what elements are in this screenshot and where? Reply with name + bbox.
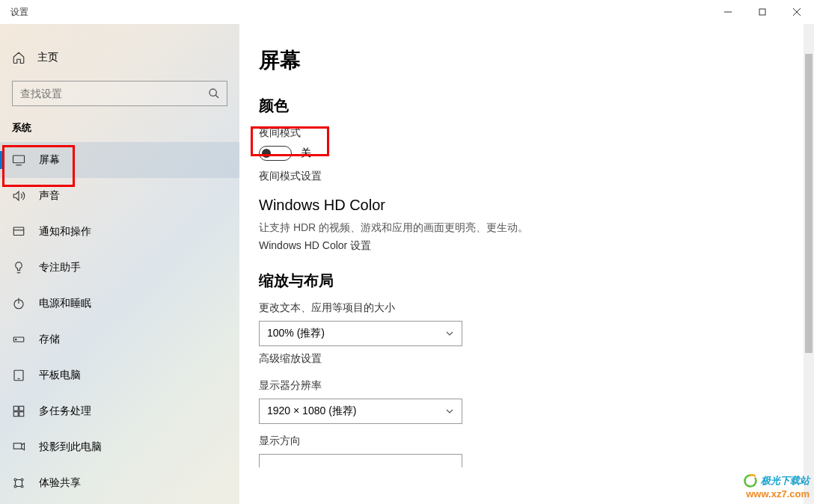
text-size-label: 更改文本、应用等项目的大小 <box>259 301 814 315</box>
night-mode-state: 关 <box>301 147 311 160</box>
sidebar-item-label: 投影到此电脑 <box>39 440 102 454</box>
sidebar-item-display[interactable]: 屏幕 <box>0 142 239 178</box>
watermark-text1: 极光下载站 <box>761 475 810 488</box>
logo-icon <box>743 473 758 488</box>
main-content: 屏幕 颜色 夜间模式 关 夜间模式设置 Windows HD Color 让支持… <box>239 24 814 504</box>
svg-marker-8 <box>13 191 19 200</box>
home-icon <box>12 51 25 64</box>
chevron-down-icon <box>445 329 454 338</box>
watermark-text2: www.xz7.com <box>743 488 810 501</box>
sidebar-item-label: 屏幕 <box>39 153 60 167</box>
titlebar: 设置 <box>0 0 814 24</box>
sidebar-item-label: 存储 <box>39 333 60 346</box>
sidebar-item-sound[interactable]: 声音 <box>0 178 239 214</box>
text-size-value: 100% (推荐) <box>267 327 325 340</box>
sidebar-item-label: 平板电脑 <box>39 369 81 382</box>
search-icon <box>208 87 220 99</box>
night-mode-label: 夜间模式 <box>259 126 814 140</box>
svg-rect-22 <box>13 443 22 449</box>
shared-icon <box>12 476 25 490</box>
svg-rect-20 <box>13 412 18 417</box>
focus-icon <box>12 261 25 274</box>
orientation-label: 显示方向 <box>259 434 814 448</box>
tablet-icon <box>12 369 25 382</box>
storage-icon <box>12 333 25 346</box>
project-icon <box>12 440 25 454</box>
window-controls <box>711 0 814 24</box>
sidebar-item-label: 体验共享 <box>39 476 81 490</box>
svg-point-23 <box>14 479 16 481</box>
sidebar-item-tablet[interactable]: 平板电脑 <box>0 357 239 393</box>
night-mode-toggle-row: 关 <box>259 146 814 161</box>
sidebar-item-notifications[interactable]: 通知和操作 <box>0 214 239 250</box>
section-header: 系统 <box>0 121 239 142</box>
orientation-select[interactable] <box>259 454 462 467</box>
sidebar-item-multitask[interactable]: 多任务处理 <box>0 393 239 429</box>
sidebar: 主页 系统 屏幕 声音 通知和操作 <box>0 24 239 504</box>
resolution-value: 1920 × 1080 (推荐) <box>267 405 356 418</box>
svg-rect-6 <box>13 156 25 163</box>
svg-rect-9 <box>13 227 24 236</box>
sidebar-item-storage[interactable]: 存储 <box>0 322 239 357</box>
resolution-label: 显示器分辨率 <box>259 379 814 393</box>
night-mode-settings-link[interactable]: 夜间模式设置 <box>259 170 814 183</box>
color-group-title: 颜色 <box>259 96 814 116</box>
svg-point-4 <box>209 89 216 96</box>
multitask-icon <box>12 405 25 418</box>
app-title: 设置 <box>10 6 28 19</box>
watermark: 极光下载站 www.xz7.com <box>743 473 810 501</box>
scrollbar-thumb[interactable] <box>805 54 813 353</box>
svg-point-25 <box>14 485 16 488</box>
scrollbar[interactable] <box>804 24 814 504</box>
svg-point-24 <box>21 479 23 481</box>
svg-rect-1 <box>759 9 765 15</box>
sidebar-item-label: 通知和操作 <box>39 225 91 239</box>
notifications-icon <box>12 225 25 239</box>
sidebar-item-label: 电源和睡眠 <box>39 297 91 310</box>
sidebar-item-label: 声音 <box>39 189 60 203</box>
sidebar-item-label: 专注助手 <box>39 261 81 274</box>
svg-point-26 <box>21 485 23 488</box>
resolution-select[interactable]: 1920 × 1080 (推荐) <box>259 399 462 424</box>
minimize-button[interactable] <box>711 0 745 24</box>
svg-rect-19 <box>19 406 24 411</box>
power-icon <box>12 297 25 310</box>
hd-color-desc: 让支持 HDR 的视频、游戏和应用的画面更明亮、更生动。 <box>259 221 814 235</box>
chevron-down-icon <box>445 407 454 416</box>
svg-line-5 <box>215 95 218 98</box>
hd-color-title: Windows HD Color <box>259 197 814 214</box>
search-input[interactable] <box>12 81 227 106</box>
svg-rect-18 <box>13 406 18 411</box>
sidebar-item-project[interactable]: 投影到此电脑 <box>0 429 239 465</box>
scale-group-title: 缩放与布局 <box>259 271 814 291</box>
hd-color-link[interactable]: Windows HD Color 设置 <box>259 239 814 253</box>
nav-list: 屏幕 声音 通知和操作 专注助手 电源和睡眠 存储 <box>0 142 239 501</box>
svg-point-15 <box>16 339 17 340</box>
advanced-scaling-link[interactable]: 高级缩放设置 <box>259 352 814 366</box>
sound-icon <box>12 189 25 203</box>
night-mode-toggle[interactable] <box>259 146 292 161</box>
svg-rect-21 <box>19 412 24 417</box>
page-title: 屏幕 <box>259 46 814 75</box>
sidebar-item-shared[interactable]: 体验共享 <box>0 465 239 501</box>
close-button[interactable] <box>780 0 814 24</box>
text-size-select[interactable]: 100% (推荐) <box>259 321 462 346</box>
sidebar-item-focus[interactable]: 专注助手 <box>0 250 239 286</box>
sidebar-item-label: 多任务处理 <box>39 405 91 418</box>
maximize-button[interactable] <box>745 0 780 24</box>
home-label: 主页 <box>37 51 58 64</box>
sidebar-item-power[interactable]: 电源和睡眠 <box>0 286 239 322</box>
home-nav[interactable]: 主页 <box>0 45 239 70</box>
display-icon <box>12 153 25 167</box>
